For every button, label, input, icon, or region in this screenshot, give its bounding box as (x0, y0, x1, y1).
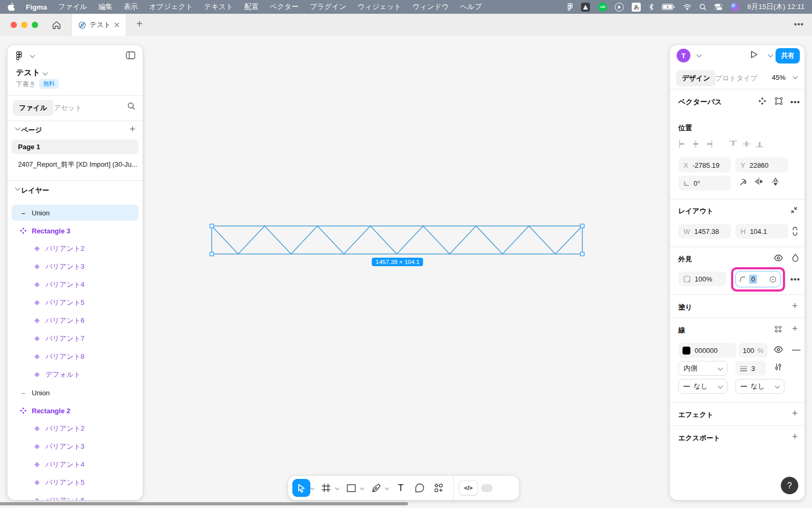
app-icon-dark[interactable] (581, 3, 590, 12)
x-position-field[interactable]: X -2785.19 (678, 158, 731, 173)
layer-row-variant[interactable]: バリアント4 (12, 457, 139, 473)
layer-row-variant[interactable]: バリアント6 (12, 313, 139, 329)
align-horizontal-center-icon[interactable] (691, 140, 700, 148)
shape-tool-chevron-icon[interactable] (360, 486, 364, 490)
layer-row-variant[interactable]: バリアント3 (12, 439, 139, 455)
constrain-proportions-icon[interactable] (792, 226, 798, 236)
layers-collapse-icon[interactable] (15, 186, 21, 191)
flip-horizontal-icon[interactable] (753, 178, 765, 185)
file-name[interactable]: テスト (16, 68, 40, 78)
stroke-settings-icon[interactable] (774, 363, 782, 371)
flip-vertical-icon[interactable] (770, 178, 781, 186)
present-play-icon[interactable] (750, 50, 758, 59)
stroke-position-dropdown[interactable]: 内側 (678, 361, 727, 376)
rotate-icon[interactable] (737, 178, 749, 187)
stroke-cap-end-dropdown[interactable]: なし (735, 379, 785, 394)
avatar-chevron-icon[interactable] (697, 52, 702, 58)
opacity-field[interactable]: 100% (678, 271, 726, 286)
window-minimize-button[interactable] (21, 22, 27, 28)
figma-status-icon[interactable] (567, 3, 573, 11)
layer-row-variant[interactable]: バリアント8 (12, 349, 139, 365)
menu-edit[interactable]: 編集 (98, 2, 113, 12)
control-center-icon[interactable] (714, 3, 723, 11)
menu-help[interactable]: ヘルプ (460, 2, 482, 12)
line-app-icon[interactable]: LINE (598, 3, 607, 12)
create-component-icon[interactable] (759, 97, 766, 105)
menu-widgets[interactable]: ウィジェット (357, 2, 401, 12)
layer-row-variant[interactable]: バリアント2 (12, 241, 139, 257)
corner-radius-value[interactable]: 0 (749, 275, 757, 284)
add-effect-button[interactable]: + (792, 408, 798, 418)
page-item[interactable]: 2407_Report_前半 [XD Import] (30-Ju... (12, 158, 139, 172)
menu-window[interactable]: ウィンドウ (412, 2, 449, 12)
layer-row-variant[interactable]: バリアント2 (12, 421, 139, 437)
align-right-icon[interactable] (705, 140, 713, 148)
align-left-icon[interactable] (678, 140, 687, 148)
zoom-level[interactable]: 45% (772, 74, 786, 81)
figma-logo-icon[interactable] (16, 51, 22, 60)
tab-assets[interactable]: アセット (54, 103, 82, 113)
width-field[interactable]: W 1457.38 (678, 224, 731, 239)
menu-text[interactable]: テキスト (204, 2, 233, 12)
play-circle-icon[interactable] (615, 3, 624, 12)
height-field[interactable]: H 104.1 (735, 224, 788, 239)
frame-tool-button[interactable] (317, 479, 335, 497)
bluetooth-icon[interactable] (649, 3, 654, 11)
menu-arrange[interactable]: 配置 (244, 2, 259, 12)
battery-icon[interactable] (662, 4, 675, 10)
layer-row-variant[interactable]: バリアント5 (12, 295, 139, 311)
window-zoom-button[interactable] (32, 22, 38, 28)
align-bottom-icon[interactable] (755, 140, 764, 148)
menu-figma[interactable]: Figma (26, 3, 47, 11)
frame-tool-chevron-icon[interactable] (335, 486, 339, 490)
move-tool-button[interactable] (292, 479, 310, 497)
layer-row-variant[interactable]: バリアント4 (12, 277, 139, 293)
selection-more-button[interactable]: ••• (790, 97, 800, 106)
layer-row-union[interactable]: – Union (12, 385, 139, 401)
stroke-visibility-eye-icon[interactable] (774, 346, 783, 353)
selected-vector-shape[interactable] (209, 223, 585, 257)
tab-close-icon[interactable] (114, 22, 119, 28)
visibility-eye-icon[interactable] (774, 255, 783, 261)
dev-mode-switch[interactable] (481, 484, 493, 492)
stroke-cap-start-dropdown[interactable]: なし (678, 379, 727, 394)
align-top-icon[interactable] (729, 140, 737, 148)
menu-view[interactable]: 表示 (124, 2, 138, 12)
apple-menu-icon[interactable] (7, 3, 15, 11)
chevron-down-icon[interactable] (30, 53, 35, 58)
tab-design[interactable]: デザイン (676, 70, 716, 86)
shape-tool-button[interactable] (342, 479, 360, 497)
text-tool-button[interactable]: T (392, 479, 410, 497)
search-icon[interactable] (127, 102, 135, 110)
layer-row-variant[interactable]: デフォルト (12, 367, 139, 383)
y-position-field[interactable]: Y 22860 (735, 158, 788, 173)
rotation-field[interactable]: 0° (678, 176, 731, 190)
pages-collapse-icon[interactable] (15, 125, 21, 131)
move-tool-chevron-icon[interactable] (310, 486, 315, 490)
actions-tool-button[interactable] (430, 479, 448, 497)
collapse-section-icon[interactable] (790, 206, 798, 214)
layer-row-variant[interactable]: バリアント7 (12, 331, 139, 347)
window-close-button[interactable] (11, 22, 17, 28)
share-button[interactable]: 共有 (776, 48, 800, 64)
tab-prototype[interactable]: プロトタイプ (715, 74, 758, 83)
menubar-clock[interactable]: 8月15日(木) 12:11 (747, 2, 805, 12)
file-menu-chevron-icon[interactable] (43, 70, 48, 76)
zoom-chevron-icon[interactable] (793, 74, 798, 79)
layer-row-variant[interactable]: バリアント3 (12, 259, 139, 275)
present-options-chevron-icon[interactable] (768, 52, 773, 58)
layer-row-component[interactable]: Rectangle 2 (12, 403, 139, 419)
horizontal-scrollbar[interactable] (0, 502, 408, 505)
menu-file[interactable]: ファイル (58, 2, 87, 12)
dev-mode-toggle[interactable]: </> (459, 480, 493, 495)
layer-row-variant[interactable]: バリアント5 (12, 475, 139, 491)
siri-icon[interactable] (731, 3, 739, 11)
new-tab-button[interactable]: + (136, 18, 143, 30)
window-more-button[interactable]: ••• (794, 20, 804, 29)
independent-corners-icon[interactable] (769, 276, 777, 283)
stroke-opacity-field[interactable]: 100 % (739, 343, 768, 358)
styles-icon[interactable] (774, 325, 782, 333)
add-stroke-button[interactable]: + (792, 323, 798, 333)
menu-vector[interactable]: ベクター (270, 2, 299, 12)
help-button[interactable]: ? (781, 477, 798, 494)
